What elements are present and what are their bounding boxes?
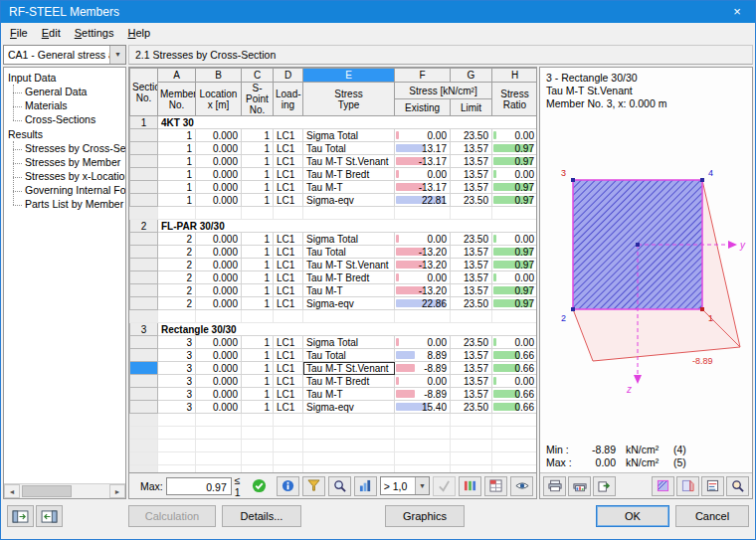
- tree-item-results[interactable]: Results: [8, 127, 125, 141]
- existing-cell[interactable]: -13.20: [395, 259, 451, 271]
- spoint-cell[interactable]: 1: [242, 168, 274, 181]
- ratio-cell[interactable]: 0.66: [492, 401, 537, 414]
- existing-cell[interactable]: 0.00: [395, 336, 451, 349]
- ratio-cell[interactable]: 0.97: [492, 246, 537, 259]
- loading-cell[interactable]: LC1: [274, 168, 303, 181]
- spoint-cell[interactable]: 1: [242, 155, 274, 168]
- ratio-cell[interactable]: 0.66: [492, 388, 537, 401]
- scroll-left-icon[interactable]: ◄: [4, 484, 20, 498]
- spoint-cell[interactable]: 1: [242, 297, 274, 310]
- limit-cell[interactable]: 23.50: [451, 336, 492, 349]
- existing-cell[interactable]: -13.20: [395, 284, 451, 297]
- member-cell[interactable]: 2: [158, 271, 196, 284]
- limit-cell[interactable]: 23.50: [451, 401, 492, 414]
- location-cell[interactable]: 0.000: [196, 362, 242, 375]
- section-name-cell[interactable]: FL-PAR 30/30: [158, 220, 537, 233]
- spoint-cell[interactable]: 1: [242, 181, 274, 194]
- location-cell[interactable]: 0.000: [196, 388, 242, 401]
- cancel-button[interactable]: Cancel: [675, 505, 749, 527]
- ratio-cell[interactable]: 0.00: [492, 129, 537, 142]
- ratio-cell[interactable]: 0.00: [492, 271, 537, 284]
- stress-type-cell[interactable]: Tau M-T: [303, 388, 395, 401]
- graphic-canvas[interactable]: y z 3 4 2 1 -8.89: [540, 110, 752, 444]
- tree-item-materials[interactable]: Materials: [13, 98, 125, 112]
- column-header-location[interactable]: Location x [m]: [196, 83, 242, 116]
- chevron-down-icon[interactable]: ▼: [415, 477, 429, 494]
- limit-cell[interactable]: 13.57: [451, 375, 492, 388]
- row-header-cell[interactable]: [130, 388, 158, 401]
- row-header-cell[interactable]: [130, 194, 158, 207]
- column-header-limit[interactable]: Limit: [451, 99, 492, 116]
- loading-cell[interactable]: LC1: [274, 194, 303, 207]
- stress-type-cell[interactable]: Sigma Total: [303, 336, 395, 349]
- spoint-cell[interactable]: 1: [242, 349, 274, 362]
- column-letter-g[interactable]: G: [451, 69, 492, 83]
- print-button[interactable]: [543, 476, 566, 496]
- loading-cell[interactable]: LC1: [274, 246, 303, 259]
- column-letter-d[interactable]: D: [274, 69, 303, 83]
- location-cell[interactable]: 0.000: [196, 142, 242, 155]
- existing-cell[interactable]: 0.00: [395, 129, 451, 142]
- tree-item-parts-list-by-member[interactable]: Parts List by Member: [13, 197, 125, 211]
- limit-cell[interactable]: 13.57: [451, 362, 492, 375]
- row-header-cell[interactable]: [130, 129, 158, 142]
- limit-cell[interactable]: 13.57: [451, 155, 492, 168]
- existing-cell[interactable]: -13.17: [395, 181, 451, 194]
- row-header-cell[interactable]: [130, 362, 158, 375]
- limit-cell[interactable]: 13.57: [451, 168, 492, 181]
- member-cell[interactable]: 2: [158, 297, 196, 310]
- stress-type-cell[interactable]: Sigma-eqv: [303, 401, 395, 414]
- apply-filter-button[interactable]: [433, 476, 456, 496]
- member-cell[interactable]: 1: [158, 168, 196, 181]
- loading-cell[interactable]: LC1: [274, 375, 303, 388]
- existing-cell[interactable]: 22.81: [395, 194, 451, 207]
- existing-cell[interactable]: 15.40: [395, 401, 451, 414]
- row-header-cell[interactable]: [130, 375, 158, 388]
- loading-cell[interactable]: LC1: [274, 259, 303, 271]
- member-cell[interactable]: 2: [158, 246, 196, 259]
- calculation-button[interactable]: Calculation: [128, 505, 216, 527]
- location-cell[interactable]: 0.000: [196, 375, 242, 388]
- stress-type-cell[interactable]: Tau Total: [303, 142, 395, 155]
- column-header-type[interactable]: Stress Type: [303, 83, 395, 116]
- result-diagram-button[interactable]: [354, 476, 377, 496]
- toggle-graphic-panel-button[interactable]: [36, 505, 63, 527]
- stress-type-cell[interactable]: Tau M-T St.Venant: [303, 362, 395, 375]
- ratio-cell[interactable]: 0.97: [492, 181, 537, 194]
- stress-type-cell[interactable]: Sigma Total: [303, 129, 395, 142]
- tree-item-stresses-by-x-location[interactable]: Stresses by x-Location: [13, 169, 125, 183]
- spoint-cell[interactable]: 1: [242, 401, 274, 414]
- section-name-cell[interactable]: Rectangle 30/30: [158, 323, 537, 336]
- existing-cell[interactable]: 8.89: [395, 349, 451, 362]
- export-graphic-button[interactable]: [593, 476, 616, 496]
- existing-cell[interactable]: 13.17: [395, 142, 451, 155]
- loading-cell[interactable]: LC1: [274, 181, 303, 194]
- limit-cell[interactable]: 13.57: [451, 349, 492, 362]
- member-cell[interactable]: 3: [158, 388, 196, 401]
- loading-cell[interactable]: LC1: [274, 271, 303, 284]
- zoom-result-button[interactable]: [328, 476, 351, 496]
- existing-cell[interactable]: -8.89: [395, 362, 451, 375]
- stress-type-cell[interactable]: Tau Total: [303, 246, 395, 259]
- loading-cell[interactable]: LC1: [274, 233, 303, 246]
- column-letter-c[interactable]: C: [242, 69, 274, 83]
- location-cell[interactable]: 0.000: [196, 246, 242, 259]
- stress-type-cell[interactable]: Sigma-eqv: [303, 297, 395, 310]
- loading-cell[interactable]: LC1: [274, 155, 303, 168]
- ratio-cell[interactable]: 0.00: [492, 375, 537, 388]
- location-cell[interactable]: 0.000: [196, 129, 242, 142]
- row-header-cell[interactable]: [130, 259, 158, 271]
- tree-item-governing-internal-forces-by-m[interactable]: Governing Internal Forces by M: [13, 183, 125, 197]
- info-button[interactable]: [277, 476, 299, 496]
- existing-cell[interactable]: 0.00: [395, 271, 451, 284]
- details-button[interactable]: Details...: [222, 505, 301, 527]
- location-cell[interactable]: 0.000: [196, 155, 242, 168]
- chevron-down-icon[interactable]: ▼: [109, 46, 125, 64]
- display-hatching-button[interactable]: [652, 476, 674, 496]
- loading-cell[interactable]: LC1: [274, 336, 303, 349]
- stress-type-cell[interactable]: Tau Total: [303, 349, 395, 362]
- existing-cell[interactable]: 0.00: [395, 375, 451, 388]
- loading-cell[interactable]: LC1: [274, 129, 303, 142]
- existing-cell[interactable]: -13.20: [395, 246, 451, 259]
- row-header-cell[interactable]: [130, 246, 158, 259]
